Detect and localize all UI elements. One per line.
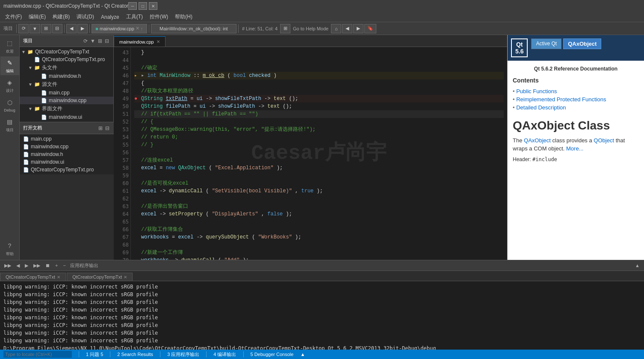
editor-tab-mainwindow-cpp[interactable]: mainwindow.cpp ✕ xyxy=(114,36,165,47)
folder-icon-3: 📁 xyxy=(34,106,40,112)
line-num-58: 58 xyxy=(114,164,129,172)
open-doc-main-cpp[interactable]: 📄 main.cpp xyxy=(20,135,114,143)
qt-docs-content[interactable]: Qt 5.6.2 Reference Documentation Content… xyxy=(508,61,644,260)
close-button[interactable]: ✕ xyxy=(149,2,157,10)
status-app-output[interactable]: 3 应用程序输出 xyxy=(167,351,199,358)
remove-btn[interactable]: − xyxy=(60,262,68,269)
menu-help[interactable]: 帮助(H) xyxy=(171,12,196,21)
status-arrow[interactable]: ▲ xyxy=(300,352,305,357)
toolbar-filter-btn[interactable]: ▼ xyxy=(30,24,40,33)
open-doc-label-2: mainwindow.cpp xyxy=(31,144,68,150)
menu-debug[interactable]: 调试(D) xyxy=(73,12,97,21)
tree-item-ui-files[interactable]: ▼ 📁 界面文件 xyxy=(20,104,113,113)
bookmark-add-btn[interactable]: 🔖 xyxy=(364,24,376,33)
output-tab-close-1[interactable]: ✕ xyxy=(57,275,60,280)
qt-link-public-functions[interactable]: Public Functions xyxy=(516,88,557,94)
output-tab-2[interactable]: QtCreatorCopyTempTxt ✕ xyxy=(67,273,133,281)
code-content[interactable]: Caesar卢尚宇 } xyxy=(131,47,507,260)
project-icon: ▤ xyxy=(5,117,15,127)
menu-controls[interactable]: 控件(W) xyxy=(146,12,171,21)
step-over-btn[interactable]: ▶▶ xyxy=(31,262,43,269)
qt-desc-link-qobject[interactable]: QObject xyxy=(594,137,614,144)
toolbar-sync-btn[interactable]: ⟳ xyxy=(18,24,29,33)
tree-item-mainwindow-ui[interactable]: 📄 mainwindow.ui xyxy=(20,113,113,121)
tree-sync-icon[interactable]: ⟳ xyxy=(83,38,89,44)
open-doc-mainwindow-ui[interactable]: 📄 mainwindow.ui xyxy=(20,158,114,166)
h-file-icon: 📄 xyxy=(41,74,47,79)
left-panels: 项目 ⟳ ▼ ⊞ ⊟ ▼ 📁 QtCreatorCopyTempTxt xyxy=(20,35,114,260)
tree-item-headers[interactable]: ▼ 📁 头文件 xyxy=(20,63,113,72)
qt-desc-link-more[interactable]: More... xyxy=(566,145,583,152)
tree-expand-icon[interactable]: ⊞ xyxy=(97,38,103,44)
output-tab-1[interactable]: QtCreatorCopyTempTxt ✕ xyxy=(0,273,66,281)
code-line-49: ● QString txtPath = ui -> showFileTxtPat… xyxy=(134,95,504,103)
open-doc-label-3: mainwindow.h xyxy=(31,151,63,157)
step-btn[interactable]: ▶ xyxy=(22,262,31,269)
toolbar-expand-btn[interactable]: ⊞ xyxy=(41,24,51,33)
status-problems[interactable]: 1 问题 5 xyxy=(86,351,103,358)
output-tab-close-2[interactable]: ✕ xyxy=(124,275,127,280)
menu-file[interactable]: 文件(F) xyxy=(2,12,25,21)
sidebar-icon-welcome[interactable]: ⬚ 欢迎 xyxy=(0,37,19,56)
welcome-icon: ⬚ xyxy=(5,38,15,48)
sidebar-icon-debug[interactable]: ⬡ Debug xyxy=(0,96,19,115)
bottom-area: ▶▶ ◀ ▶ ▶▶ ⏹ + − 应用程序输出 ▲ QtCreatorCopyTe… xyxy=(0,260,644,350)
menu-build[interactable]: 构建(B) xyxy=(49,12,73,21)
tab-close-mainwindow-cpp[interactable]: ✕ xyxy=(157,39,160,44)
code-line-45: //确定 xyxy=(134,64,504,72)
tree-item-sources[interactable]: ▼ 📁 源文件 xyxy=(20,80,113,89)
qt-link-detailed-desc[interactable]: Detailed Description xyxy=(516,104,566,111)
file-tab-indicator[interactable]: ■ mainwindow.cpp ✕ ↑ xyxy=(92,24,147,33)
code-line-53: // QMessageBox::warning(this, "error", "… xyxy=(134,126,504,133)
toolbar-collapse-btn[interactable]: ⊟ xyxy=(52,24,62,33)
step-back-btn[interactable]: ◀ xyxy=(14,262,22,269)
sidebar-icon-project[interactable]: ▤ 项目 xyxy=(0,115,19,134)
open-doc-pro[interactable]: 📄 QtCreatorCopyTempTxt.pro xyxy=(20,166,114,174)
tree-item-mainwindow-cpp[interactable]: 📄 mainwindow.cpp xyxy=(20,97,113,104)
headers-arrow: ▼ xyxy=(28,65,32,70)
stop-btn[interactable]: ⏹ xyxy=(43,262,53,269)
nav-forward-button[interactable]: ▶ xyxy=(77,24,88,33)
home-btn[interactable]: ⌂ xyxy=(331,24,341,33)
status-compile-output[interactable]: 4 编译输出 xyxy=(213,351,236,358)
search-input[interactable] xyxy=(3,351,72,358)
open-doc-mainwindow-h[interactable]: 📄 mainwindow.h xyxy=(20,150,114,158)
status-debugger[interactable]: 5 Debugger Console xyxy=(251,352,294,357)
function-nav-selector[interactable]: MainWindow::m_ok_cb(bool): int xyxy=(151,24,236,33)
qt-tab-active-qt[interactable]: Active Qt xyxy=(531,38,561,49)
sidebar-icon-design[interactable]: ◈ 设计 xyxy=(0,76,19,95)
tree-item-mainwindow-h[interactable]: 📄 mainwindow.h xyxy=(20,72,113,80)
tree-item-main-cpp[interactable]: 📄 main.cpp xyxy=(20,89,113,97)
menu-tools[interactable]: 工具(T) xyxy=(123,12,146,21)
status-sep-2 xyxy=(110,351,110,357)
open-doc-mainwindow-cpp[interactable]: 📄 mainwindow.cpp xyxy=(20,143,114,150)
qt-link-reimplemented[interactable]: Reimplemented Protected Functions xyxy=(516,96,606,103)
bookmark-btn[interactable]: ⊞ xyxy=(280,24,290,33)
menu-edit[interactable]: 编辑(E) xyxy=(25,12,49,21)
sidebar-edit-label: 编辑 xyxy=(6,68,14,74)
status-search[interactable]: 2 Search Results xyxy=(117,352,153,357)
tree-item-pro[interactable]: 📄 QtCreatorCopyTempTxt.pro xyxy=(20,56,113,63)
qt-desc-link-qaxobject[interactable]: QAxObject xyxy=(524,137,551,144)
status-sep-4 xyxy=(206,351,207,357)
tree-collapse-icon[interactable]: ⊟ xyxy=(104,38,110,44)
add-btn[interactable]: + xyxy=(53,262,60,269)
qt-tab-qaxobject[interactable]: QAxObject xyxy=(563,38,601,49)
code-line-59 xyxy=(134,172,504,180)
open-docs-expand-icon[interactable]: ⊞ xyxy=(97,125,103,131)
sidebar-icon-help[interactable]: ? 帮助 xyxy=(0,239,19,258)
run-btn[interactable]: ▶▶ xyxy=(2,262,14,269)
back-btn[interactable]: ◀ xyxy=(342,24,352,33)
sidebar-icon-edit[interactable]: ✎ 编辑 xyxy=(0,56,19,75)
output-scroll-up-btn[interactable]: ▲ xyxy=(632,262,642,269)
menu-analyze[interactable]: Analyze xyxy=(97,13,123,21)
tree-filter-icon[interactable]: ▼ xyxy=(89,38,96,44)
open-docs-collapse-icon[interactable]: ⊟ xyxy=(104,125,110,131)
minimize-button[interactable]: ─ xyxy=(128,2,137,10)
tree-item-root[interactable]: ▼ 📁 QtCreatorCopyTempTxt xyxy=(20,48,113,56)
nav-back-button[interactable]: ◀ xyxy=(66,24,77,33)
forward-btn[interactable]: ▶ xyxy=(353,24,363,33)
maximize-button[interactable]: □ xyxy=(139,2,147,10)
output-content[interactable]: libpng warning: iCCP: known incorrect sR… xyxy=(0,281,644,350)
qt-version-box: Qt5.6 xyxy=(511,38,528,57)
